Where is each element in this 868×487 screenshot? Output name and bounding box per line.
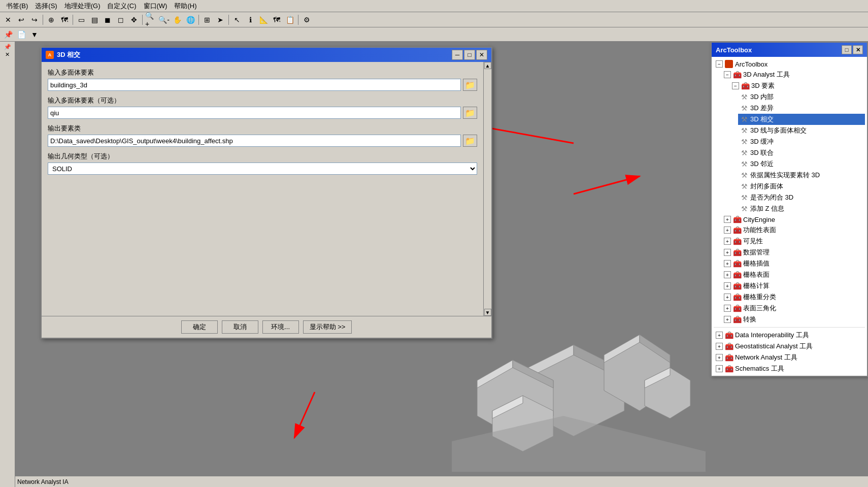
- scroll-down-btn[interactable]: ▼: [484, 309, 491, 316]
- menu-bookmarks[interactable]: 书签(B): [3, 1, 31, 12]
- output-browse-btn[interactable]: 📁: [463, 135, 477, 147]
- tree-network-analyst[interactable]: + 🧰 Network Analyst 工具: [714, 352, 865, 363]
- at-close-btn[interactable]: ✕: [853, 45, 863, 54]
- na-expander[interactable]: +: [716, 354, 723, 361]
- output-label: 输出要素类: [48, 124, 477, 133]
- tree-functional-surface[interactable]: + 🧰 功能性表面: [722, 224, 865, 236]
- layout-btn[interactable]: 📋: [284, 14, 296, 26]
- zoom-in-btn[interactable]: 🔍+: [145, 14, 157, 26]
- measure-btn[interactable]: 📐: [257, 14, 270, 26]
- input1-browse-btn[interactable]: 📁: [463, 79, 477, 91]
- elements-expander[interactable]: −: [732, 82, 739, 89]
- info-btn[interactable]: ℹ: [244, 14, 256, 26]
- tree-raster-surface[interactable]: + 🧰 栅格表面: [722, 269, 865, 280]
- di-expander[interactable]: +: [716, 332, 723, 339]
- fs-expander[interactable]: +: [724, 226, 731, 234]
- dialog-footer: 确定 取消 环境... 显示帮助 >>: [42, 316, 491, 338]
- rr-expander[interactable]: +: [724, 294, 731, 301]
- map-btn[interactable]: 🗺: [58, 14, 71, 26]
- tree-3d-analyst[interactable]: − 🧰 3D Analyst 工具: [722, 69, 865, 80]
- dialog-scrollbar[interactable]: ▲ ▼: [483, 62, 491, 316]
- pan-btn[interactable]: ✥: [128, 14, 140, 26]
- dm-expander[interactable]: +: [724, 249, 731, 256]
- select2-btn[interactable]: ▤: [88, 14, 101, 26]
- tree-raster-calc[interactable]: + 🧰 栅格计算: [722, 280, 865, 291]
- tree-raster-interp[interactable]: + 🧰 栅格插值: [722, 258, 865, 269]
- sidebar-pin[interactable]: 📌: [4, 44, 11, 50]
- tree-tool-3d-diff[interactable]: ⚒ 3D 差异: [738, 103, 865, 114]
- input1-field[interactable]: [48, 79, 461, 91]
- tree-tool-3d-isclosed[interactable]: ⚒ 是否为闭合 3D: [738, 192, 865, 203]
- sidebar-x[interactable]: ✕: [5, 51, 10, 58]
- cancel-button[interactable]: 取消: [222, 320, 258, 334]
- undo-btn[interactable]: ↩: [15, 14, 27, 26]
- down-btn[interactable]: ▼: [28, 28, 41, 41]
- query-btn[interactable]: ◻: [115, 14, 127, 26]
- arrow-tool[interactable]: ↖: [231, 14, 243, 26]
- extent-btn[interactable]: ⊞: [201, 14, 213, 26]
- tree-tool-3d-buffer[interactable]: ⚒ 3D 缓冲: [738, 136, 865, 147]
- tree-surface-tri[interactable]: + 🧰 表面三角化: [722, 303, 865, 314]
- analyst-expander[interactable]: −: [724, 71, 731, 78]
- tree-tool-3d-intersect[interactable]: ⚒ 3D 相交: [738, 114, 865, 125]
- nav-btn[interactable]: ➤: [214, 14, 226, 26]
- geom-select[interactable]: SOLID: [48, 163, 477, 175]
- redo-btn[interactable]: ↪: [28, 14, 41, 26]
- tree-geostat[interactable]: + 🧰 Geostatistical Analyst 工具: [714, 341, 865, 352]
- sch-expander[interactable]: +: [716, 365, 723, 372]
- map2-btn[interactable]: 🗺: [271, 14, 283, 26]
- dialog-minimize-btn[interactable]: ─: [452, 50, 463, 60]
- close-btn[interactable]: ✕: [2, 14, 14, 26]
- tree-3d-elements[interactable]: − 🧰 3D 要素: [730, 80, 865, 91]
- st-expander[interactable]: +: [724, 305, 731, 312]
- tree-cityengine[interactable]: + 🧰 CityEngine: [722, 214, 865, 224]
- ok-button[interactable]: 确定: [181, 320, 218, 334]
- network-analyst-label: Network Analyst 工具: [735, 353, 797, 362]
- scroll-up-btn[interactable]: ▲: [484, 62, 491, 69]
- tree-tool-3d-near[interactable]: ⚒ 3D 邻近: [738, 158, 865, 170]
- tree-convert[interactable]: + 🧰 转换: [722, 314, 865, 325]
- tree-tool-3d-attr[interactable]: ⚒ 依据属性实现要素转 3D: [738, 170, 865, 181]
- tree-root-item[interactable]: − ArcToolbox: [714, 59, 865, 69]
- input2-field[interactable]: [48, 107, 461, 119]
- env-button[interactable]: 环境...: [262, 320, 299, 334]
- geoprocess-btn[interactable]: ⚙: [301, 14, 313, 26]
- tree-tool-3d-union[interactable]: ⚒ 3D 联合: [738, 147, 865, 158]
- vis-expander[interactable]: +: [724, 238, 731, 245]
- hand-btn[interactable]: ✋: [171, 14, 183, 26]
- menu-geoprocessing[interactable]: 地理处理(G): [61, 1, 104, 12]
- tree-data-mgmt[interactable]: + 🧰 数据管理: [722, 247, 865, 258]
- help-button[interactable]: 显示帮助 >>: [303, 320, 352, 334]
- zoom-out-btn[interactable]: 🔍-: [158, 14, 170, 26]
- output-field[interactable]: [48, 135, 461, 147]
- identify-btn[interactable]: ◼: [102, 14, 114, 26]
- tree-tool-3d-line[interactable]: ⚒ 3D 线与多面体相交: [738, 125, 865, 136]
- menu-help[interactable]: 帮助(H): [171, 1, 199, 12]
- root-expander[interactable]: −: [716, 60, 723, 68]
- tree-tool-3d-interior[interactable]: ⚒ 3D 内部: [738, 91, 865, 103]
- at-restore-btn[interactable]: □: [842, 45, 852, 54]
- dialog-close-btn[interactable]: ✕: [476, 50, 487, 60]
- menu-window[interactable]: 窗口(W): [141, 1, 171, 12]
- tree-tool-3d-closed[interactable]: ⚒ 封闭多面体: [738, 181, 865, 192]
- dialog-maximize-btn[interactable]: □: [464, 50, 475, 60]
- pin-btn[interactable]: 📌: [2, 28, 14, 41]
- ce-expander[interactable]: +: [724, 216, 731, 223]
- tree-visibility[interactable]: + 🧰 可见性: [722, 236, 865, 247]
- tree-raster-reclass[interactable]: + 🧰 栅格重分类: [722, 291, 865, 303]
- conv-expander[interactable]: +: [724, 316, 731, 323]
- tree-data-interop[interactable]: + 🧰 Data Interoperability 工具: [714, 330, 865, 341]
- input2-browse-btn[interactable]: 📁: [463, 107, 477, 119]
- rc-expander[interactable]: +: [724, 282, 731, 289]
- rs-expander[interactable]: +: [724, 271, 731, 278]
- menu-select[interactable]: 选择(S): [32, 1, 60, 12]
- menu-customize[interactable]: 自定义(C): [104, 1, 139, 12]
- layer-btn[interactable]: 📄: [15, 28, 27, 41]
- add-data-btn[interactable]: ⊕: [45, 14, 57, 26]
- tree-schematics[interactable]: + 🧰 Schematics 工具: [714, 363, 865, 374]
- select-btn[interactable]: ▭: [75, 14, 87, 26]
- geo-expander[interactable]: +: [716, 343, 723, 350]
- ri-expander[interactable]: +: [724, 260, 731, 267]
- tree-tool-3d-addz[interactable]: ⚒ 添加 Z 信息: [738, 203, 865, 214]
- globe-btn[interactable]: 🌐: [184, 14, 196, 26]
